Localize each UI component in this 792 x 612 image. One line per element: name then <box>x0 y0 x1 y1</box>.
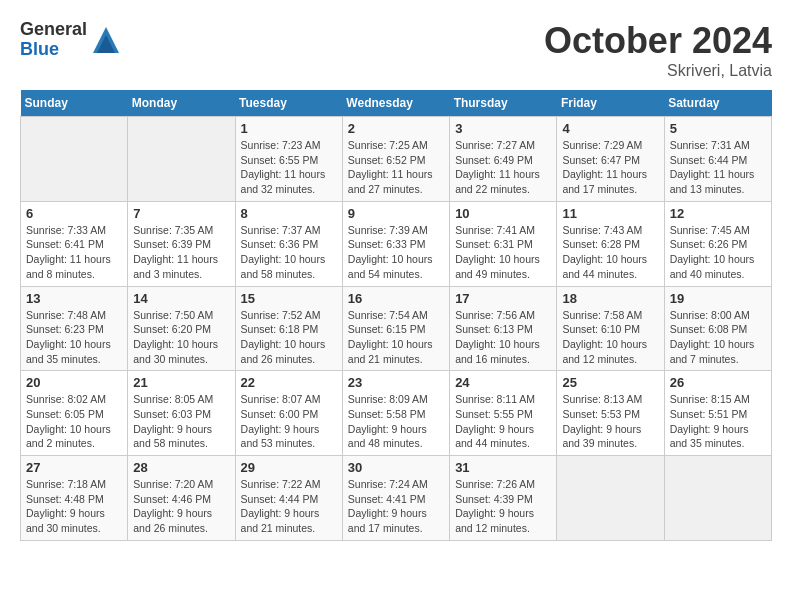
day-info: Sunrise: 8:13 AMSunset: 5:53 PMDaylight:… <box>562 392 658 451</box>
day-number: 22 <box>241 375 337 390</box>
day-info: Sunrise: 7:50 AMSunset: 6:20 PMDaylight:… <box>133 308 229 367</box>
calendar-day-cell: 14Sunrise: 7:50 AMSunset: 6:20 PMDayligh… <box>128 286 235 371</box>
day-info: Sunrise: 7:20 AMSunset: 4:46 PMDaylight:… <box>133 477 229 536</box>
day-info: Sunrise: 7:23 AMSunset: 6:55 PMDaylight:… <box>241 138 337 197</box>
calendar-day-cell: 18Sunrise: 7:58 AMSunset: 6:10 PMDayligh… <box>557 286 664 371</box>
day-number: 5 <box>670 121 766 136</box>
day-info: Sunrise: 7:33 AMSunset: 6:41 PMDaylight:… <box>26 223 122 282</box>
day-number: 13 <box>26 291 122 306</box>
logo-general: General <box>20 20 87 40</box>
day-number: 28 <box>133 460 229 475</box>
day-number: 8 <box>241 206 337 221</box>
calendar-day-cell: 27Sunrise: 7:18 AMSunset: 4:48 PMDayligh… <box>21 456 128 541</box>
day-info: Sunrise: 7:52 AMSunset: 6:18 PMDaylight:… <box>241 308 337 367</box>
calendar-day-cell: 24Sunrise: 8:11 AMSunset: 5:55 PMDayligh… <box>450 371 557 456</box>
day-info: Sunrise: 8:09 AMSunset: 5:58 PMDaylight:… <box>348 392 444 451</box>
calendar-day-cell: 30Sunrise: 7:24 AMSunset: 4:41 PMDayligh… <box>342 456 449 541</box>
day-info: Sunrise: 7:45 AMSunset: 6:26 PMDaylight:… <box>670 223 766 282</box>
day-info: Sunrise: 8:05 AMSunset: 6:03 PMDaylight:… <box>133 392 229 451</box>
day-number: 24 <box>455 375 551 390</box>
day-info: Sunrise: 8:02 AMSunset: 6:05 PMDaylight:… <box>26 392 122 451</box>
day-info: Sunrise: 7:43 AMSunset: 6:28 PMDaylight:… <box>562 223 658 282</box>
weekday-header-row: SundayMondayTuesdayWednesdayThursdayFrid… <box>21 90 772 117</box>
calendar-day-cell: 19Sunrise: 8:00 AMSunset: 6:08 PMDayligh… <box>664 286 771 371</box>
day-info: Sunrise: 7:22 AMSunset: 4:44 PMDaylight:… <box>241 477 337 536</box>
day-info: Sunrise: 7:24 AMSunset: 4:41 PMDaylight:… <box>348 477 444 536</box>
weekday-header: Saturday <box>664 90 771 117</box>
day-number: 12 <box>670 206 766 221</box>
day-info: Sunrise: 7:56 AMSunset: 6:13 PMDaylight:… <box>455 308 551 367</box>
calendar-day-cell: 2Sunrise: 7:25 AMSunset: 6:52 PMDaylight… <box>342 117 449 202</box>
day-info: Sunrise: 8:07 AMSunset: 6:00 PMDaylight:… <box>241 392 337 451</box>
weekday-header: Friday <box>557 90 664 117</box>
day-info: Sunrise: 7:48 AMSunset: 6:23 PMDaylight:… <box>26 308 122 367</box>
day-number: 9 <box>348 206 444 221</box>
page-header: General Blue October 2024 Skriveri, Latv… <box>20 20 772 80</box>
day-info: Sunrise: 7:58 AMSunset: 6:10 PMDaylight:… <box>562 308 658 367</box>
calendar-day-cell <box>21 117 128 202</box>
calendar-day-cell: 25Sunrise: 8:13 AMSunset: 5:53 PMDayligh… <box>557 371 664 456</box>
day-number: 6 <box>26 206 122 221</box>
day-number: 11 <box>562 206 658 221</box>
day-number: 2 <box>348 121 444 136</box>
calendar-day-cell <box>664 456 771 541</box>
calendar-day-cell: 31Sunrise: 7:26 AMSunset: 4:39 PMDayligh… <box>450 456 557 541</box>
day-info: Sunrise: 8:00 AMSunset: 6:08 PMDaylight:… <box>670 308 766 367</box>
calendar-day-cell: 4Sunrise: 7:29 AMSunset: 6:47 PMDaylight… <box>557 117 664 202</box>
day-info: Sunrise: 7:41 AMSunset: 6:31 PMDaylight:… <box>455 223 551 282</box>
calendar-day-cell <box>128 117 235 202</box>
day-number: 23 <box>348 375 444 390</box>
day-info: Sunrise: 7:35 AMSunset: 6:39 PMDaylight:… <box>133 223 229 282</box>
day-info: Sunrise: 7:18 AMSunset: 4:48 PMDaylight:… <box>26 477 122 536</box>
day-number: 19 <box>670 291 766 306</box>
title-block: October 2024 Skriveri, Latvia <box>544 20 772 80</box>
day-info: Sunrise: 8:11 AMSunset: 5:55 PMDaylight:… <box>455 392 551 451</box>
calendar-week-row: 13Sunrise: 7:48 AMSunset: 6:23 PMDayligh… <box>21 286 772 371</box>
day-number: 4 <box>562 121 658 136</box>
day-number: 31 <box>455 460 551 475</box>
calendar-week-row: 20Sunrise: 8:02 AMSunset: 6:05 PMDayligh… <box>21 371 772 456</box>
day-number: 20 <box>26 375 122 390</box>
day-info: Sunrise: 7:27 AMSunset: 6:49 PMDaylight:… <box>455 138 551 197</box>
day-number: 25 <box>562 375 658 390</box>
weekday-header: Thursday <box>450 90 557 117</box>
calendar-day-cell: 6Sunrise: 7:33 AMSunset: 6:41 PMDaylight… <box>21 201 128 286</box>
calendar-day-cell: 1Sunrise: 7:23 AMSunset: 6:55 PMDaylight… <box>235 117 342 202</box>
location: Skriveri, Latvia <box>544 62 772 80</box>
day-number: 26 <box>670 375 766 390</box>
calendar-day-cell: 7Sunrise: 7:35 AMSunset: 6:39 PMDaylight… <box>128 201 235 286</box>
calendar-day-cell: 26Sunrise: 8:15 AMSunset: 5:51 PMDayligh… <box>664 371 771 456</box>
logo-icon <box>91 25 121 55</box>
day-number: 30 <box>348 460 444 475</box>
calendar-week-row: 6Sunrise: 7:33 AMSunset: 6:41 PMDaylight… <box>21 201 772 286</box>
calendar-day-cell: 8Sunrise: 7:37 AMSunset: 6:36 PMDaylight… <box>235 201 342 286</box>
weekday-header: Wednesday <box>342 90 449 117</box>
day-number: 21 <box>133 375 229 390</box>
calendar-week-row: 27Sunrise: 7:18 AMSunset: 4:48 PMDayligh… <box>21 456 772 541</box>
day-info: Sunrise: 7:26 AMSunset: 4:39 PMDaylight:… <box>455 477 551 536</box>
calendar-day-cell: 11Sunrise: 7:43 AMSunset: 6:28 PMDayligh… <box>557 201 664 286</box>
day-number: 29 <box>241 460 337 475</box>
day-number: 14 <box>133 291 229 306</box>
calendar-week-row: 1Sunrise: 7:23 AMSunset: 6:55 PMDaylight… <box>21 117 772 202</box>
calendar-day-cell: 28Sunrise: 7:20 AMSunset: 4:46 PMDayligh… <box>128 456 235 541</box>
day-number: 18 <box>562 291 658 306</box>
day-number: 27 <box>26 460 122 475</box>
day-info: Sunrise: 7:29 AMSunset: 6:47 PMDaylight:… <box>562 138 658 197</box>
calendar-day-cell: 21Sunrise: 8:05 AMSunset: 6:03 PMDayligh… <box>128 371 235 456</box>
day-info: Sunrise: 7:25 AMSunset: 6:52 PMDaylight:… <box>348 138 444 197</box>
calendar-day-cell: 5Sunrise: 7:31 AMSunset: 6:44 PMDaylight… <box>664 117 771 202</box>
calendar-day-cell: 16Sunrise: 7:54 AMSunset: 6:15 PMDayligh… <box>342 286 449 371</box>
logo: General Blue <box>20 20 121 60</box>
calendar-table: SundayMondayTuesdayWednesdayThursdayFrid… <box>20 90 772 541</box>
weekday-header: Sunday <box>21 90 128 117</box>
calendar-day-cell: 23Sunrise: 8:09 AMSunset: 5:58 PMDayligh… <box>342 371 449 456</box>
day-info: Sunrise: 8:15 AMSunset: 5:51 PMDaylight:… <box>670 392 766 451</box>
calendar-day-cell: 10Sunrise: 7:41 AMSunset: 6:31 PMDayligh… <box>450 201 557 286</box>
day-number: 10 <box>455 206 551 221</box>
day-number: 3 <box>455 121 551 136</box>
calendar-day-cell: 22Sunrise: 8:07 AMSunset: 6:00 PMDayligh… <box>235 371 342 456</box>
day-number: 1 <box>241 121 337 136</box>
day-info: Sunrise: 7:37 AMSunset: 6:36 PMDaylight:… <box>241 223 337 282</box>
day-info: Sunrise: 7:31 AMSunset: 6:44 PMDaylight:… <box>670 138 766 197</box>
